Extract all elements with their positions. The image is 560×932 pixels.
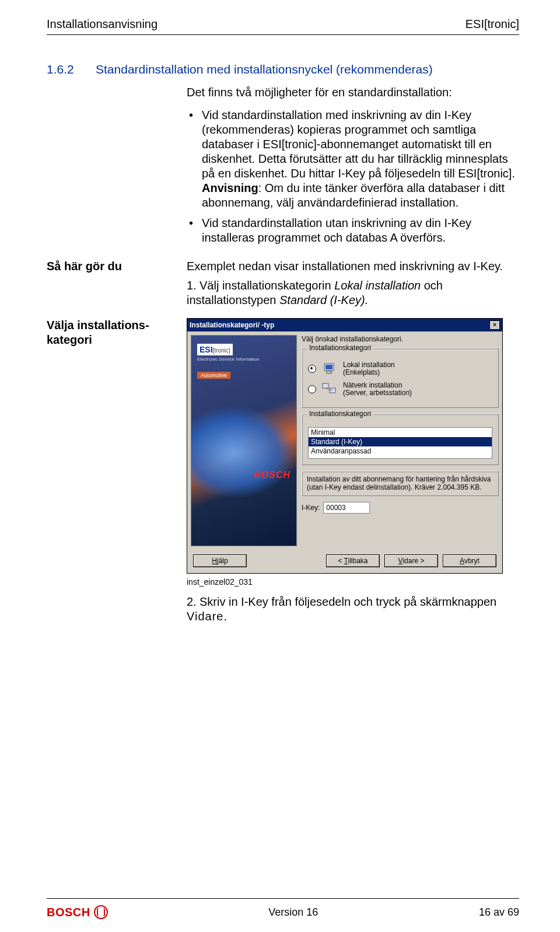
header-right: ESI[tronic] [466, 18, 519, 31]
close-icon[interactable]: × [489, 320, 500, 330]
sidebar-brand-sub: [tronic] [213, 347, 230, 354]
window-titlebar: Installationskategori/ -typ × [187, 319, 502, 331]
svg-rect-1 [326, 365, 332, 369]
step2-text-a: Skriv in I-Key från följesedeln och tryc… [200, 595, 496, 608]
help-button[interactable]: Hjälp [193, 554, 247, 567]
section-number: 1.6.2 [47, 62, 96, 76]
radio2-line1: Nätverk installation [343, 381, 402, 389]
step-2: 2.Skriv in I-Key från följesedeln och tr… [187, 595, 519, 624]
svg-rect-3 [323, 383, 328, 388]
bosch-wordmark: BOSCH [47, 906, 90, 919]
radio-local-install[interactable]: Lokal installation (Enkelplats) [308, 361, 492, 376]
installer-window: Installationskategori/ -typ × ESI[tronic… [187, 318, 503, 574]
sidebar-brand: ESI [200, 345, 213, 354]
radio-network-install[interactable]: Nätverk installation (Server, arbetsstat… [308, 382, 492, 397]
sidebar-car-art [191, 406, 296, 499]
description-box: Installation av ditt abonnemang för hant… [302, 471, 499, 496]
window-title: Installationskategori/ -typ [190, 321, 274, 329]
list-item[interactable]: Minimal [309, 428, 492, 437]
footer-version: Version 16 [268, 906, 318, 919]
radio2-line2: (Server, arbetsstation) [343, 389, 412, 397]
section-heading: 1.6.2 Standardinstallation med installat… [47, 62, 519, 77]
svg-rect-2 [327, 371, 331, 374]
bosch-logo: BOSCH [47, 905, 108, 919]
step1-italic-1: Lokal installation [334, 279, 421, 292]
list-item[interactable]: Standard (I-Key) [309, 437, 492, 446]
example-line: Exemplet nedan visar installationen med … [187, 259, 519, 274]
side-label-howto: Så här gör du [47, 259, 187, 308]
radio-icon [308, 385, 316, 393]
header-rule [47, 34, 519, 35]
page-header: Installationsanvisning ESI[tronic] [47, 18, 519, 31]
step1-text-a: Välj installationskategorin [200, 279, 334, 292]
cancel-button[interactable]: Avbryt [443, 554, 496, 567]
footer-page: 16 av 69 [479, 906, 519, 919]
header-left: Installationsanvisning [47, 18, 158, 31]
bosch-armature-icon [94, 905, 108, 919]
radio-icon [308, 365, 316, 373]
sidebar-graphic: ESI[tronic] Electronic Service Informati… [191, 335, 297, 546]
list-item[interactable]: Användaranpassad [309, 446, 492, 456]
network-icon [321, 382, 338, 397]
back-button[interactable]: < Tillbaka [326, 554, 380, 567]
install-type-listbox[interactable]: Minimal Standard (I-Key) Användaranpassa… [308, 427, 492, 459]
prompt-text: Välj önskad installationskategori. [302, 335, 499, 343]
sidebar-automotive: Automotive [197, 372, 230, 379]
bullet-list: Vid standardinstallation med inskrivning… [187, 108, 519, 245]
page-footer: BOSCH Version 16 16 av 69 [47, 905, 519, 919]
ikey-label: I-Key: [302, 504, 320, 512]
groupbox-category: Lokal installation (Enkelplats) [302, 348, 499, 408]
next-button[interactable]: Vidare > [384, 554, 438, 567]
groupbox-type: Minimal Standard (I-Key) Användaranpassa… [302, 414, 499, 465]
bullet1-note-label: Anvisning [202, 181, 258, 194]
step1-number: 1. [187, 278, 200, 293]
step-1: 1.Välj installationskategorin Lokal inst… [187, 278, 519, 308]
section-title: Standardinstallation med installationsny… [96, 62, 433, 77]
step2-text-b: Vidare [187, 610, 223, 623]
intro-text: Det finns två möjligheter för en standar… [187, 85, 519, 100]
ikey-input[interactable]: 00003 [323, 502, 370, 514]
figure-caption: inst_einzel02_031 [187, 577, 519, 587]
step2-number: 2. [187, 595, 200, 609]
sidebar-tagline: Electronic Service Information [197, 357, 259, 362]
radio1-line2: (Enkelplats) [343, 368, 380, 376]
radio1-line1: Lokal installation [343, 361, 395, 369]
computer-icon [321, 361, 338, 376]
step2-text-c: . [223, 610, 227, 623]
bullet1-main: Vid standardinstallation med inskrivning… [202, 109, 515, 180]
step1-italic-2: Standard (I-Key). [279, 294, 368, 306]
bullet-item-1: Vid standardinstallation med inskrivning… [187, 108, 519, 210]
side-label-choose-category: Välja installations-kategori [47, 318, 187, 595]
sidebar-bosch-logo: BOSCH [254, 470, 290, 480]
bullet-item-2: Vid standardinstallation utan inskrivnin… [187, 216, 519, 245]
